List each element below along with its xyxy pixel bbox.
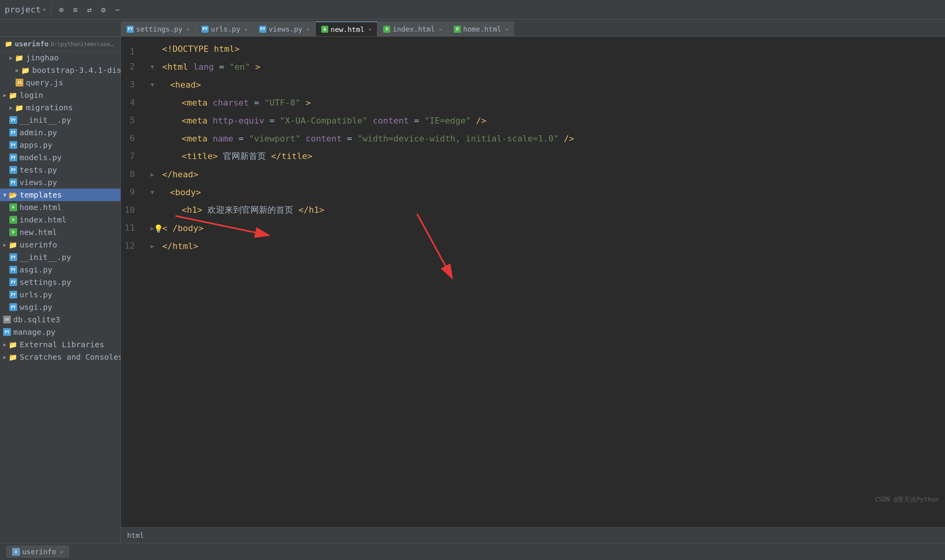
sidebar-item-label: templates [19, 190, 62, 200]
code-token: > [306, 98, 311, 108]
line-numbers: 1 2 3 4 5 6 7 8 9 10 11 12 [121, 37, 144, 527]
editor-content[interactable]: 1 2 3 4 5 6 7 8 9 10 11 12 <!DOCTYPE h [121, 37, 945, 527]
code-token: <!DOCTYPE html> [162, 44, 240, 54]
tab-index-html-close[interactable]: ✕ [439, 26, 442, 32]
html-icon: H [454, 26, 461, 33]
folder-icon: 📁 [9, 91, 17, 99]
code-token: /body> [173, 223, 204, 233]
sidebar-project-path: D:\pythonitems\userinf [51, 41, 116, 47]
sidebar-item-tests[interactable]: PY tests.py [0, 164, 120, 176]
code-token: charset [212, 98, 249, 108]
sidebar-item-jinghao[interactable]: ▶ 📁 jinghao [0, 51, 120, 64]
tab-views[interactable]: PY views.py ✕ [253, 21, 315, 36]
sidebar-item-init2[interactable]: PY __init__.py [0, 251, 120, 263]
js-file-icon: JS [16, 79, 23, 87]
sidebar-item-db[interactable]: DB db.sqlite3 [0, 313, 120, 326]
bulb-icon[interactable]: 💡 [154, 224, 163, 233]
code-token: </h1> [298, 205, 324, 215]
sidebar-item-urls[interactable]: PY urls.py [0, 288, 120, 301]
tab-settings-label: settings.py [136, 25, 182, 33]
py-file-icon: PY [9, 178, 17, 186]
sidebar-item-wsgi[interactable]: PY wsgi.py [0, 301, 120, 313]
code-token: <h1> [182, 205, 202, 215]
sidebar-item-settings[interactable]: PY settings.py [0, 276, 120, 288]
sidebar-item-indexhtml[interactable]: H index.html [0, 214, 120, 226]
status-language: html [127, 531, 144, 539]
folder-icon: 📁 [21, 66, 30, 74]
code-token: content [306, 134, 342, 143]
chevron-icon: ▶ [3, 242, 6, 248]
folder-icon: 📁 [9, 353, 17, 361]
toolbar-icon-swap[interactable]: ⇄ [84, 4, 95, 15]
bottom-tab-bar: U userinfo ✕ [0, 543, 945, 560]
folder-icon: 📁 [15, 54, 23, 62]
sidebar-item-label: home.html [19, 203, 62, 212]
html-file-icon: H [9, 216, 17, 224]
tab-index-html-label: index.html [393, 25, 435, 33]
py-icon: PY [259, 26, 266, 33]
sidebar-item-views[interactable]: PY views.py [0, 176, 120, 189]
chevron-icon: ▶ [9, 104, 12, 111]
tab-urls-close[interactable]: ✕ [244, 26, 248, 32]
code-token: </head> [162, 170, 198, 179]
bottom-tab-userinfo[interactable]: U userinfo ✕ [6, 546, 69, 558]
tab-index-html[interactable]: H index.html ✕ [377, 21, 448, 36]
fold-arrow[interactable] [150, 171, 158, 178]
html-icon: H [383, 26, 390, 33]
sidebar-item-label: query.js [26, 78, 63, 87]
sidebar-item-label: apps.py [19, 140, 52, 150]
code-line-3: <head> [144, 76, 945, 94]
sidebar-item-bootstrap[interactable]: ▶ 📁 bootstrap-3.4.1-dist [0, 64, 120, 76]
sidebar-item-apps[interactable]: PY apps.py [0, 139, 120, 151]
sidebar-item-newhtml[interactable]: H new.html [0, 226, 120, 238]
tab-urls[interactable]: PY urls.py ✕ [196, 21, 253, 36]
tab-home-html[interactable]: H home.html ✕ [448, 21, 514, 36]
main-area: 📁 userinfo D:\pythonitems\userinf ▶ 📁 ji… [0, 37, 945, 543]
fold-arrow[interactable] [150, 81, 158, 88]
py-file-icon: PY [9, 141, 17, 149]
toolbar: project ▾ ⊕ ≡ ⇄ ⚙ − [0, 0, 945, 19]
code-line-5: <meta http-equiv = "X-UA-Compatible" con… [144, 111, 945, 129]
tab-settings[interactable]: PY settings.py ✕ [121, 21, 196, 36]
folder-icon: 📁 [9, 241, 17, 249]
sidebar-item-admin[interactable]: PY admin.py [0, 126, 120, 139]
sidebar-item-label: db.sqlite3 [13, 315, 60, 324]
sidebar-item-migrations[interactable]: ▶ 📁 migrations [0, 101, 120, 114]
chevron-icon: ▶ [3, 341, 6, 348]
sidebar-item-label: asgi.py [19, 265, 52, 274]
tab-new-html-close[interactable]: ✕ [368, 26, 372, 32]
code-token: "width=device-width, initial-scale=1.0" [357, 134, 559, 143]
sidebar-item-manage[interactable]: PY manage.py [0, 326, 120, 338]
tab-settings-close[interactable]: ✕ [186, 26, 189, 32]
sidebar-item-queryjs[interactable]: JS query.js [0, 76, 120, 89]
code-token: <meta [182, 116, 207, 125]
fold-arrow[interactable] [150, 242, 158, 250]
toolbar-icon-settings[interactable]: ⚙ [98, 4, 109, 15]
tab-views-close[interactable]: ✕ [306, 26, 310, 32]
sidebar-project-name: userinfo [15, 40, 49, 48]
sidebar-item-userinfo[interactable]: ▶ 📁 userinfo [0, 238, 120, 251]
tab-new-html[interactable]: H new.html ✕ [315, 21, 377, 36]
sidebar-item-templates[interactable]: ▼ 📂 templates [0, 189, 120, 201]
sidebar-item-extlibs[interactable]: ▶ 📁 External Libraries [0, 338, 120, 351]
sidebar-item-homehtml[interactable]: H home.html [0, 201, 120, 214]
sidebar-item-init1[interactable]: PY __init__.py [0, 114, 120, 126]
fold-arrow[interactable] [150, 189, 158, 196]
bottom-tab-close[interactable]: ✕ [60, 549, 63, 555]
py-file-icon: PY [9, 266, 17, 274]
toolbar-icon-list[interactable]: ≡ [70, 4, 81, 15]
py-file-icon: PY [9, 303, 17, 311]
toolbar-icon-minus[interactable]: − [112, 4, 123, 15]
tab-home-html-close[interactable]: ✕ [505, 26, 508, 32]
sidebar-item-login[interactable]: ▶ 📁 login [0, 89, 120, 101]
toolbar-icon-circle[interactable]: ⊕ [56, 4, 67, 15]
watermark: CSDN @景天说Python [875, 496, 939, 504]
sidebar-item-scratches[interactable]: ▶ 📁 Scratches and Consoles [0, 351, 120, 363]
sidebar-item-models[interactable]: PY models.py [0, 151, 120, 164]
code-line-1: <!DOCTYPE html> [144, 40, 945, 58]
fold-arrow[interactable] [150, 63, 158, 71]
html-icon: H [321, 26, 328, 33]
sidebar-item-asgi[interactable]: PY asgi.py [0, 263, 120, 276]
tab-urls-label: urls.py [211, 25, 241, 33]
code-editor[interactable]: <!DOCTYPE html> <html lang = "en" > [144, 37, 945, 527]
